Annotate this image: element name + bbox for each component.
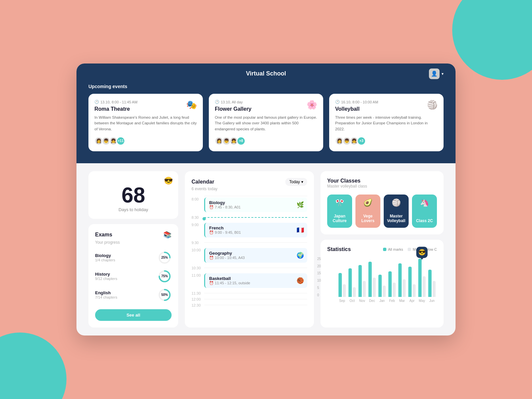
chart-label-8: May [418, 299, 426, 303]
chart-label-3: Dec [368, 299, 376, 303]
clock-icon-1: 🕐 [215, 100, 219, 104]
stats-title: Statistics [327, 246, 351, 252]
pct-history: 75% [161, 274, 168, 278]
time-1000: 10:00 [192, 247, 204, 252]
event-card-2[interactable]: 🕐 16.10, 8:00 - 10:00 AM Volleyball Thre… [329, 94, 444, 151]
bar-green-2 [358, 265, 362, 297]
bar-gray-6 [403, 279, 406, 297]
bar-group-2 [358, 265, 366, 297]
cal-event-name-geography: Geography [209, 251, 294, 256]
exams-title: Exams [95, 232, 112, 238]
event-icon-2: 🏐 [427, 100, 438, 110]
events-section-label: Upcoming events [88, 84, 444, 94]
time-900: 9:00 [192, 221, 204, 227]
japan-icon: 🎌 [335, 199, 344, 207]
classes-grid: 🎌 Japan Culture 🥑 Vege Lovers 🏐 Master V… [327, 195, 437, 228]
event-attendees-0: 👩 👦 👧 +11 [94, 137, 197, 145]
exam-name-history: History [95, 272, 117, 277]
bar-green-1 [348, 268, 352, 297]
exam-info-biology: Biology 1/4 chapters [95, 253, 115, 262]
events-section: Upcoming events 🕐 13.10, 8:00 - 11:45 AM… [76, 84, 456, 163]
event-desc-2: Three times per week - intensive volleyb… [335, 115, 438, 132]
cal-event-basketball[interactable]: Basketball ⏰ 11:45 - 12:15, outside 🏀 [204, 273, 307, 288]
class-tile-vege[interactable]: 🥑 Vege Lovers [355, 195, 380, 228]
right-column: Your Classes Master volleyball class 🎌 J… [321, 171, 444, 328]
main-content: 😎 68 Days to holiday Exams 📚 Your progre… [76, 163, 456, 335]
bar-gray-8 [423, 276, 426, 297]
chart-wrapper: 25 20 15 10 5 0 😎 SepOctNovDecJanFebM [327, 257, 437, 303]
class-tile-2c[interactable]: 🦄 Class 2C [412, 195, 437, 228]
cal-event-french[interactable]: French ⏰ 9:00 - 9:45, B01 🇫🇷 [204, 223, 307, 237]
exams-card: Exams 📚 Your progress Biology 1/4 chapte… [88, 224, 178, 328]
time-1130: 11:30 [192, 291, 204, 295]
days-number: 68 [95, 185, 172, 206]
time-1230: 12:30 [192, 303, 204, 307]
cal-title: Calendar [192, 179, 214, 185]
days-label: Days to holiday [95, 207, 172, 212]
days-emoji: 😎 [164, 177, 173, 185]
books-icon: 📚 [163, 231, 172, 239]
bar-group-0 [338, 273, 346, 297]
chart-label-4: Jan [378, 299, 386, 303]
days-card: 😎 68 Days to holiday [88, 171, 178, 219]
cal-event-biology[interactable]: Biology ⏰ 7:45 - 8:30, A01 🌿 [204, 198, 307, 212]
chart-labels: SepOctNovDecJanFebMarAprMayJun [337, 299, 437, 303]
progress-circle-history: 75% [158, 269, 172, 283]
bar-green-0 [338, 273, 342, 297]
calendar-timeline: 8:00 Biology ⏰ 7:45 - 8:30, A01 🌿 8:30 [192, 196, 307, 307]
french-icon: 🇫🇷 [297, 226, 304, 234]
time-1200: 12:00 [192, 297, 204, 301]
bar-green-9 [428, 270, 432, 297]
today-button[interactable]: Today ▾ [285, 178, 307, 186]
cal-event-name-basketball: Basketball [209, 276, 294, 281]
event-title-2: Volleyball [335, 106, 438, 112]
event-card-1[interactable]: 🕐 13.10, All day Flower Gallery One of t… [209, 94, 323, 151]
bar-green-5 [388, 271, 392, 297]
chart-yaxis: 25 20 15 10 5 0 [317, 257, 321, 297]
attendee-count-0: +11 [116, 137, 125, 145]
event-title-0: Roma Theatre [94, 106, 197, 112]
chart-label-6: Mar [398, 299, 406, 303]
bar-green-3 [368, 262, 372, 297]
app-container: Virtual School 👤 ▾ Upcoming events 🕐 13.… [76, 64, 456, 335]
event-time-1: 🕐 13.10, All day [215, 100, 317, 104]
chart-bars: 😎 [337, 257, 437, 297]
exam-item-biology: Biology 1/4 chapters 25% [95, 251, 172, 265]
classes-subtitle: Master volleyball class [327, 184, 437, 189]
cal-event-name-french: French [209, 225, 294, 230]
header: Virtual School 👤 ▾ [76, 64, 456, 84]
see-all-button[interactable]: See all [95, 309, 172, 321]
time-930: 9:30 [192, 241, 204, 245]
time-800: 8:00 [192, 196, 204, 201]
class-tile-volleyball[interactable]: 🏐 Master Volleyball [384, 195, 409, 228]
classes-title: Your Classes [327, 178, 437, 184]
cal-event-time-french: ⏰ 9:00 - 9:45, B01 [209, 230, 294, 235]
cal-event-geography[interactable]: Geography ⏰ 10:00 - 10:45, A43 🌍 [204, 248, 307, 263]
event-icon-1: 🌸 [307, 100, 317, 110]
exam-name-english: English [95, 290, 117, 295]
chart-label-2: Nov [358, 299, 366, 303]
event-time-2: 🕐 16.10, 8:00 - 10:00 AM [335, 100, 438, 104]
geography-icon: 🌍 [297, 252, 304, 259]
legend-all: All marks [383, 247, 403, 251]
bar-green-8 [418, 259, 422, 297]
exam-info-english: English 7/14 chapters [95, 290, 117, 299]
chevron-down-icon: ▾ [442, 71, 444, 76]
user-avatar-button[interactable]: 👤 ▾ [429, 68, 444, 79]
bar-gray-5 [393, 283, 396, 297]
class-tile-japan[interactable]: 🎌 Japan Culture [327, 195, 352, 228]
cal-event-time-geography: ⏰ 10:00 - 10:45, A43 [209, 256, 294, 260]
statistics-card: Statistics All marks Marks below C [321, 240, 444, 328]
chevron-down-cal-icon: ▾ [301, 180, 303, 184]
vege-icon: 🥑 [363, 199, 372, 207]
chart-bars-wrapper: 😎 SepOctNovDecJanFebMarAprMayJun [337, 257, 437, 303]
exam-name-biology: Biology [95, 253, 115, 258]
bar-gray-9 [433, 281, 436, 297]
exams-header: Exams 📚 [95, 231, 172, 239]
exam-chapters-english: 7/14 chapters [95, 295, 117, 299]
time-1100: 11:00 [192, 272, 204, 277]
bar-green-7 [408, 267, 412, 297]
event-card-0[interactable]: 🕐 13.10, 8:00 - 11:45 AM Roma Theatre In… [88, 94, 203, 151]
exams-subtitle: Your progress [95, 240, 172, 245]
bar-gray-0 [343, 284, 346, 297]
